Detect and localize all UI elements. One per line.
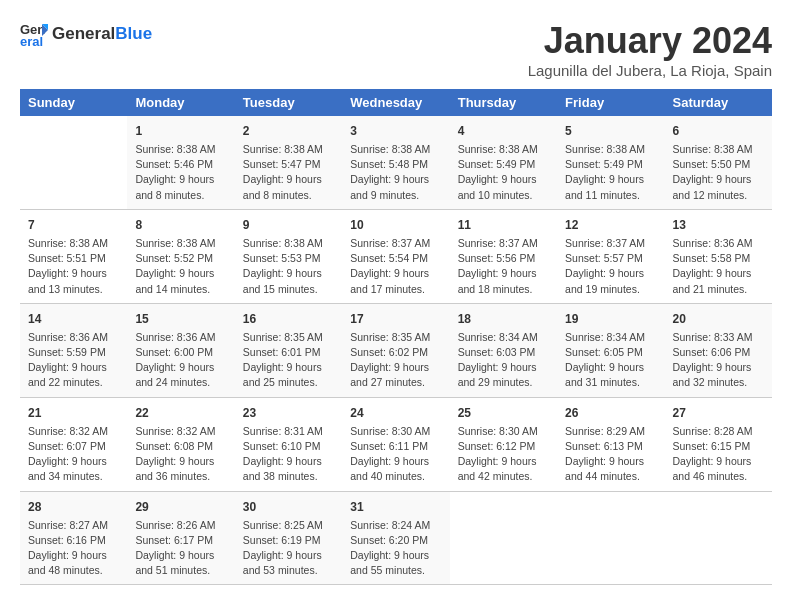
weekday-header: Monday (127, 89, 234, 116)
day-number: 6 (673, 122, 764, 140)
day-number: 24 (350, 404, 441, 422)
day-number: 22 (135, 404, 226, 422)
calendar-week-row: 7Sunrise: 8:38 AMSunset: 5:51 PMDaylight… (20, 209, 772, 303)
day-info: Sunrise: 8:35 AMSunset: 6:02 PMDaylight:… (350, 330, 441, 391)
day-number: 14 (28, 310, 119, 328)
day-number: 29 (135, 498, 226, 516)
calendar-cell: 22Sunrise: 8:32 AMSunset: 6:08 PMDayligh… (127, 397, 234, 491)
day-info: Sunrise: 8:34 AMSunset: 6:05 PMDaylight:… (565, 330, 656, 391)
month-title: January 2024 (528, 20, 772, 62)
calendar-cell: 15Sunrise: 8:36 AMSunset: 6:00 PMDayligh… (127, 303, 234, 397)
weekday-header: Friday (557, 89, 664, 116)
weekday-header: Saturday (665, 89, 772, 116)
day-info: Sunrise: 8:38 AMSunset: 5:52 PMDaylight:… (135, 236, 226, 297)
calendar-cell: 13Sunrise: 8:36 AMSunset: 5:58 PMDayligh… (665, 209, 772, 303)
calendar-cell: 28Sunrise: 8:27 AMSunset: 6:16 PMDayligh… (20, 491, 127, 585)
calendar-cell: 9Sunrise: 8:38 AMSunset: 5:53 PMDaylight… (235, 209, 342, 303)
day-info: Sunrise: 8:27 AMSunset: 6:16 PMDaylight:… (28, 518, 119, 579)
day-info: Sunrise: 8:26 AMSunset: 6:17 PMDaylight:… (135, 518, 226, 579)
calendar-cell: 11Sunrise: 8:37 AMSunset: 5:56 PMDayligh… (450, 209, 557, 303)
calendar-cell: 12Sunrise: 8:37 AMSunset: 5:57 PMDayligh… (557, 209, 664, 303)
day-info: Sunrise: 8:31 AMSunset: 6:10 PMDaylight:… (243, 424, 334, 485)
calendar-week-row: 21Sunrise: 8:32 AMSunset: 6:07 PMDayligh… (20, 397, 772, 491)
day-number: 12 (565, 216, 656, 234)
calendar-cell (665, 491, 772, 585)
calendar-cell: 10Sunrise: 8:37 AMSunset: 5:54 PMDayligh… (342, 209, 449, 303)
day-info: Sunrise: 8:30 AMSunset: 6:11 PMDaylight:… (350, 424, 441, 485)
calendar-week-row: 28Sunrise: 8:27 AMSunset: 6:16 PMDayligh… (20, 491, 772, 585)
day-info: Sunrise: 8:24 AMSunset: 6:20 PMDaylight:… (350, 518, 441, 579)
day-number: 7 (28, 216, 119, 234)
calendar-cell: 16Sunrise: 8:35 AMSunset: 6:01 PMDayligh… (235, 303, 342, 397)
day-info: Sunrise: 8:38 AMSunset: 5:46 PMDaylight:… (135, 142, 226, 203)
calendar-table: SundayMondayTuesdayWednesdayThursdayFrid… (20, 89, 772, 585)
day-info: Sunrise: 8:38 AMSunset: 5:49 PMDaylight:… (458, 142, 549, 203)
day-number: 17 (350, 310, 441, 328)
day-number: 15 (135, 310, 226, 328)
day-info: Sunrise: 8:35 AMSunset: 6:01 PMDaylight:… (243, 330, 334, 391)
day-number: 28 (28, 498, 119, 516)
calendar-cell: 17Sunrise: 8:35 AMSunset: 6:02 PMDayligh… (342, 303, 449, 397)
title-block: January 2024 Lagunilla del Jubera, La Ri… (528, 20, 772, 79)
calendar-cell: 18Sunrise: 8:34 AMSunset: 6:03 PMDayligh… (450, 303, 557, 397)
day-info: Sunrise: 8:38 AMSunset: 5:50 PMDaylight:… (673, 142, 764, 203)
weekday-header: Thursday (450, 89, 557, 116)
day-number: 9 (243, 216, 334, 234)
day-info: Sunrise: 8:32 AMSunset: 6:08 PMDaylight:… (135, 424, 226, 485)
day-info: Sunrise: 8:37 AMSunset: 5:57 PMDaylight:… (565, 236, 656, 297)
day-info: Sunrise: 8:36 AMSunset: 5:59 PMDaylight:… (28, 330, 119, 391)
day-info: Sunrise: 8:28 AMSunset: 6:15 PMDaylight:… (673, 424, 764, 485)
calendar-cell (450, 491, 557, 585)
day-info: Sunrise: 8:38 AMSunset: 5:48 PMDaylight:… (350, 142, 441, 203)
calendar-cell: 4Sunrise: 8:38 AMSunset: 5:49 PMDaylight… (450, 116, 557, 209)
day-number: 11 (458, 216, 549, 234)
day-number: 18 (458, 310, 549, 328)
calendar-cell: 31Sunrise: 8:24 AMSunset: 6:20 PMDayligh… (342, 491, 449, 585)
calendar-cell (557, 491, 664, 585)
logo-text-blue: Blue (115, 24, 152, 43)
day-info: Sunrise: 8:38 AMSunset: 5:51 PMDaylight:… (28, 236, 119, 297)
logo: Gen eral GeneralBlue (20, 20, 152, 48)
calendar-cell: 20Sunrise: 8:33 AMSunset: 6:06 PMDayligh… (665, 303, 772, 397)
calendar-cell: 7Sunrise: 8:38 AMSunset: 5:51 PMDaylight… (20, 209, 127, 303)
day-number: 27 (673, 404, 764, 422)
page-header: Gen eral GeneralBlue January 2024 Laguni… (20, 20, 772, 79)
calendar-cell: 30Sunrise: 8:25 AMSunset: 6:19 PMDayligh… (235, 491, 342, 585)
day-number: 1 (135, 122, 226, 140)
calendar-week-row: 1Sunrise: 8:38 AMSunset: 5:46 PMDaylight… (20, 116, 772, 209)
day-number: 25 (458, 404, 549, 422)
weekday-header: Sunday (20, 89, 127, 116)
day-info: Sunrise: 8:37 AMSunset: 5:54 PMDaylight:… (350, 236, 441, 297)
day-info: Sunrise: 8:38 AMSunset: 5:47 PMDaylight:… (243, 142, 334, 203)
calendar-week-row: 14Sunrise: 8:36 AMSunset: 5:59 PMDayligh… (20, 303, 772, 397)
day-number: 2 (243, 122, 334, 140)
calendar-cell: 3Sunrise: 8:38 AMSunset: 5:48 PMDaylight… (342, 116, 449, 209)
calendar-cell: 24Sunrise: 8:30 AMSunset: 6:11 PMDayligh… (342, 397, 449, 491)
calendar-cell: 26Sunrise: 8:29 AMSunset: 6:13 PMDayligh… (557, 397, 664, 491)
day-number: 13 (673, 216, 764, 234)
svg-text:eral: eral (20, 34, 43, 48)
calendar-cell: 27Sunrise: 8:28 AMSunset: 6:15 PMDayligh… (665, 397, 772, 491)
day-number: 21 (28, 404, 119, 422)
day-number: 20 (673, 310, 764, 328)
calendar-cell: 19Sunrise: 8:34 AMSunset: 6:05 PMDayligh… (557, 303, 664, 397)
day-number: 23 (243, 404, 334, 422)
logo-icon: Gen eral (20, 20, 48, 48)
day-number: 19 (565, 310, 656, 328)
calendar-cell: 5Sunrise: 8:38 AMSunset: 5:49 PMDaylight… (557, 116, 664, 209)
weekday-header-row: SundayMondayTuesdayWednesdayThursdayFrid… (20, 89, 772, 116)
day-info: Sunrise: 8:34 AMSunset: 6:03 PMDaylight:… (458, 330, 549, 391)
day-number: 5 (565, 122, 656, 140)
location: Lagunilla del Jubera, La Rioja, Spain (528, 62, 772, 79)
calendar-cell: 25Sunrise: 8:30 AMSunset: 6:12 PMDayligh… (450, 397, 557, 491)
day-number: 26 (565, 404, 656, 422)
calendar-cell: 6Sunrise: 8:38 AMSunset: 5:50 PMDaylight… (665, 116, 772, 209)
day-number: 16 (243, 310, 334, 328)
day-info: Sunrise: 8:25 AMSunset: 6:19 PMDaylight:… (243, 518, 334, 579)
calendar-cell: 8Sunrise: 8:38 AMSunset: 5:52 PMDaylight… (127, 209, 234, 303)
day-info: Sunrise: 8:36 AMSunset: 6:00 PMDaylight:… (135, 330, 226, 391)
day-number: 31 (350, 498, 441, 516)
calendar-cell: 14Sunrise: 8:36 AMSunset: 5:59 PMDayligh… (20, 303, 127, 397)
day-info: Sunrise: 8:38 AMSunset: 5:53 PMDaylight:… (243, 236, 334, 297)
day-info: Sunrise: 8:30 AMSunset: 6:12 PMDaylight:… (458, 424, 549, 485)
